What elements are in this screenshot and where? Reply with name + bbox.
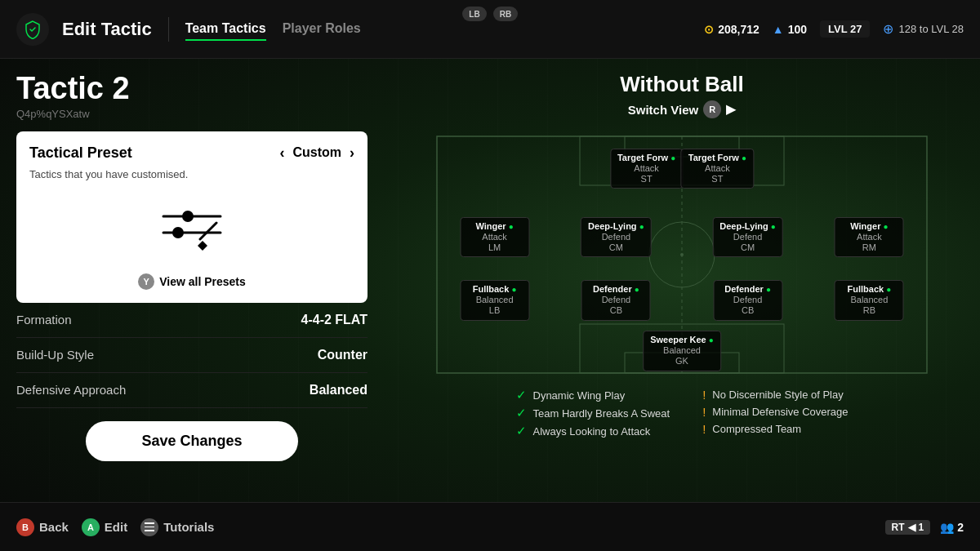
player-lb[interactable]: Fullback ● Balanced LB	[460, 280, 529, 321]
warn-icon: !	[702, 405, 706, 419]
warn-icon: !	[702, 388, 706, 402]
people-badge: 👥 2	[940, 521, 964, 534]
preset-current-name: Custom	[292, 145, 341, 160]
nav-player-roles[interactable]: Player Roles	[283, 18, 361, 41]
view-all-presets-button[interactable]: Y View all Presets	[29, 273, 354, 290]
preset-navigation: ‹ Custom ›	[279, 144, 354, 162]
player-cm1[interactable]: Deep-Lying ● Defend CM	[581, 217, 652, 258]
switch-view-button[interactable]: Switch View R ▶	[628, 100, 736, 118]
warn-icon: !	[702, 422, 706, 436]
main-content: Tactic 2 Q4p%qYSXatw Tactical Preset ‹ C…	[0, 59, 980, 502]
preset-prev-arrow[interactable]: ‹	[279, 144, 284, 162]
coins-badge: ⊙ 208,712	[704, 23, 760, 36]
svg-point-14	[680, 253, 684, 256]
r-button: R	[703, 100, 721, 118]
app-logo	[16, 13, 49, 46]
svg-marker-5	[198, 241, 207, 251]
level-badge: LVL 27	[820, 20, 870, 38]
build-up-row[interactable]: Build-Up Style Counter	[16, 338, 368, 373]
tactical-preset-box: Tactical Preset ‹ Custom › Tactics that …	[16, 131, 368, 303]
bottom-bar-right: RT ◀ 1 👥 2	[885, 520, 964, 535]
preset-title: Tactical Preset	[29, 144, 132, 162]
formation-row[interactable]: Formation 4-4-2 FLAT	[16, 303, 368, 338]
stat-compressed-team: ! Compressed Team	[702, 422, 848, 436]
a-controller-btn: A	[82, 518, 100, 536]
shield-icon: ▲	[773, 23, 784, 36]
svg-line-4	[200, 223, 216, 239]
field-container: Target Forw ● Attack ST Target Forw ● At…	[429, 128, 935, 381]
player-role-st1: Target Forw ●	[617, 153, 675, 163]
positive-stats: ✓ Dynamic Wing Play ✓ Team Hardly Breaks…	[516, 388, 670, 438]
stat-dynamic-wing-play: ✓ Dynamic Wing Play	[516, 388, 670, 402]
rb-button[interactable]: RB	[493, 7, 518, 21]
stats-container: ✓ Dynamic Wing Play ✓ Team Hardly Breaks…	[508, 388, 857, 438]
b-controller-btn: B	[16, 518, 34, 536]
warning-stats: ! No Discernible Style of Play ! Minimal…	[702, 388, 848, 438]
preset-customize-icon	[155, 198, 229, 259]
tutorials-button[interactable]: Tutorials	[140, 518, 214, 536]
stat-no-style: ! No Discernible Style of Play	[702, 388, 848, 402]
bottom-bar: B Back A Edit Tutorials RT ◀ 1 👥 2	[0, 502, 980, 551]
right-panel: Without Ball Switch View R ▶	[384, 59, 980, 502]
back-button[interactable]: B Back	[16, 518, 69, 536]
page-title: Edit Tactic	[62, 19, 152, 40]
save-changes-button[interactable]: Save Changes	[86, 421, 298, 461]
edit-button[interactable]: A Edit	[82, 518, 127, 536]
stat-minimal-defense: ! Minimal Defensive Coverage	[702, 405, 848, 419]
formation-label: Formation	[16, 313, 72, 327]
player-rb[interactable]: Fullback ● Balanced RB	[835, 280, 904, 321]
svg-point-1	[182, 211, 194, 222]
xp-container: ⊕ 128 to LVL 28	[883, 21, 964, 37]
top-navigation: Team Tactics Player Roles	[185, 18, 361, 41]
preset-header: Tactical Preset ‹ Custom ›	[29, 144, 354, 162]
preset-description: Tactics that you have customised.	[29, 168, 354, 180]
player-st1[interactable]: Target Forw ● Attack ST	[610, 149, 683, 189]
shields-badge: ▲ 100	[773, 23, 807, 36]
formation-value: 4-4-2 FLAT	[301, 313, 368, 327]
player-cm2[interactable]: Deep-Lying ● Defend CM	[712, 217, 783, 258]
preset-icon-area	[29, 192, 354, 265]
rt-label: RT	[892, 522, 905, 533]
people-icon: 👥	[940, 521, 954, 534]
rt-badge: RT ◀ 1	[885, 520, 931, 535]
stat-always-attack: ✓ Always Looking to Attack	[516, 424, 670, 438]
player-cb2[interactable]: Defender ● Defend CB	[713, 280, 782, 321]
defensive-label: Defensive Approach	[16, 383, 126, 397]
tactic-name: Tactic 2	[16, 72, 368, 106]
left-panel: Tactic 2 Q4p%qYSXatw Tactical Preset ‹ C…	[0, 59, 384, 502]
player-st2[interactable]: Target Forw ● Attack ST	[681, 149, 754, 189]
formation-rows: Formation 4-4-2 FLAT Build-Up Style Coun…	[16, 303, 368, 408]
check-icon: ✓	[516, 424, 527, 438]
build-up-label: Build-Up Style	[16, 348, 94, 362]
build-up-value: Counter	[318, 348, 368, 362]
stat-hardly-breaks-sweat: ✓ Team Hardly Breaks A Sweat	[516, 406, 670, 420]
defensive-row[interactable]: Defensive Approach Balanced	[16, 373, 368, 408]
top-bar-stats: ⊙ 208,712 ▲ 100 LVL 27 ⊕ 128 to LVL 28	[704, 20, 964, 38]
nav-team-tactics[interactable]: Team Tactics	[185, 18, 266, 41]
rt-icon: ◀	[908, 522, 915, 533]
coins-icon: ⊙	[704, 23, 714, 36]
controller-top-buttons: LB RB	[462, 7, 518, 21]
player-rm[interactable]: Winger ● Attack RM	[835, 217, 904, 258]
xp-icon: ⊕	[883, 21, 893, 37]
player-gk[interactable]: Sweeper Kee ● Balanced GK	[643, 331, 721, 371]
svg-point-3	[172, 227, 184, 238]
title-divider	[168, 17, 169, 42]
arrow-icon: ▶	[726, 102, 736, 117]
player-cb1[interactable]: Defender ● Defend CB	[581, 280, 651, 321]
player-lm[interactable]: Winger ● Attack LM	[460, 217, 529, 258]
y-button: Y	[138, 273, 154, 290]
without-ball-title: Without Ball	[620, 72, 743, 97]
defensive-value: Balanced	[310, 383, 368, 398]
tactic-code: Q4p%qYSXatw	[16, 108, 368, 120]
lb-button[interactable]: LB	[462, 7, 487, 21]
preset-next-arrow[interactable]: ›	[350, 144, 354, 162]
menu-controller-btn	[140, 518, 158, 536]
check-icon: ✓	[516, 406, 527, 420]
check-icon: ✓	[516, 388, 527, 402]
